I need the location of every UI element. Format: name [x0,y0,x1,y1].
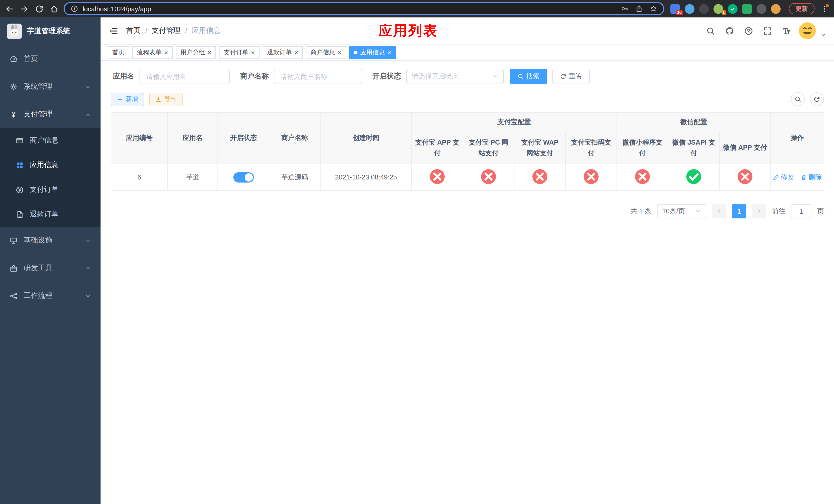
address-bar[interactable]: localhost:1024/pay/app [64,2,664,15]
ext-dark-icon[interactable] [699,4,709,14]
ext-chat-green-icon[interactable] [742,4,752,14]
pagination-total: 共 1 条 [631,207,652,216]
sidebar-collapse-icon[interactable] [109,26,118,36]
page-size-select[interactable]: 10条/页 [657,204,706,219]
ext-green-check-icon[interactable] [728,4,738,14]
search-button[interactable]: 搜索 [510,69,547,84]
tab-close-icon[interactable]: × [207,49,211,55]
tab-close-icon[interactable]: × [294,49,298,55]
card-icon [16,137,24,144]
export-button[interactable]: 导出 [149,93,182,106]
next-page-button[interactable] [752,204,766,219]
tabs-bar: 首页流程表单×用户分组×支付订单×退款订单×商户信息×应用信息× [101,44,834,61]
sidebar-item-merchant-info[interactable]: 商户信息 [0,128,101,153]
col-alipay-pc: 支付宝 PC 网站支付 [463,132,514,164]
tab-close-icon[interactable]: × [164,49,168,55]
font-size-icon[interactable] [782,26,791,35]
tab-active-dot [354,50,357,54]
delete-link[interactable]: 删除 [801,173,822,182]
goto-page-input[interactable] [791,204,811,219]
sidebar-logo[interactable]: 芋道管理系统 [0,18,101,45]
tab-close-icon[interactable]: × [338,49,342,55]
toggle-knob [244,173,253,181]
header-search-icon[interactable] [706,26,715,35]
tab-close-icon[interactable]: × [251,49,255,55]
cell-alipay-pc-status [463,164,514,190]
goto-label: 前往 [772,207,785,216]
browser-back-button[interactable] [5,4,14,13]
ext-colorful-icon[interactable]: 10 [671,4,680,14]
ext-pin-dark-icon[interactable] [756,4,766,14]
fullscreen-icon[interactable] [763,26,772,35]
update-button[interactable]: 更新 [789,3,814,14]
ext-drop-icon[interactable] [685,4,695,14]
site-info-icon[interactable] [71,5,78,12]
tab-label: 支付订单 [224,48,248,56]
sidebar-item-refund-order[interactable]: 退款订单 [0,202,101,227]
sidebar-item-home[interactable]: 首页 [0,45,101,73]
add-button[interactable]: 新增 [111,93,144,106]
browser-reload-button[interactable] [35,4,44,13]
home-icon [50,4,59,13]
sidebar-item-app-info[interactable]: 应用信息 [0,153,101,177]
page-1-button[interactable]: 1 [732,204,746,219]
sidebar: 芋道管理系统 首页系统管理支付管理商户信息应用信息支付订单退款订单基础设施研发工… [0,18,101,504]
chevron-up-icon [85,112,91,117]
group-wechat-config: 微信配置 [617,113,771,132]
breadcrumb-payment[interactable]: 支付管理 [152,26,180,36]
refresh-icon [35,4,44,13]
prev-page-button[interactable] [712,204,726,219]
col-alipay-app: 支付宝 APP 支付 [412,132,463,164]
tab-home[interactable]: 首页 [108,46,129,59]
password-key-icon[interactable] [621,5,628,12]
tab-refund-order[interactable]: 退款订单× [263,46,303,59]
merchant-name-input[interactable] [274,69,362,84]
help-icon[interactable] [744,26,753,35]
github-icon[interactable] [725,26,734,35]
refresh-table-button[interactable] [810,92,824,106]
cell-app-id: 6 [111,164,168,190]
ext-avatar-icon[interactable]: 1 [714,4,723,14]
tab-app-info[interactable]: 应用信息× [349,46,396,59]
tab-pay-order[interactable]: 支付订单× [219,46,259,59]
user-avatar[interactable] [798,22,816,40]
sidebar-item-infrastructure[interactable]: 基础设施 [0,227,101,254]
breadcrumb-home[interactable]: 首页 [126,26,140,36]
col-wechat-jsapi: 微信 JSAPI 支付 [668,132,719,164]
tab-process-form[interactable]: 流程表单× [132,46,173,59]
pagination: 共 1 条 10条/页 1 前往 页 [111,204,824,219]
sidebar-item-payment-order[interactable]: 支付订单 [0,177,101,202]
chevron-down-icon [85,265,91,271]
search-icon [794,96,801,102]
tab-label: 流程表单 [137,48,161,56]
x-circle-icon [532,169,547,184]
avatar-dropdown-caret-icon[interactable] [821,32,826,38]
share-icon[interactable] [636,5,643,12]
arrow-right-icon [20,4,29,13]
app-name-input[interactable] [139,69,230,84]
chevron-right-icon [756,208,762,214]
status-toggle[interactable] [233,172,254,182]
toggle-search-button[interactable] [791,92,805,106]
browser-home-button[interactable] [50,4,59,13]
status-select[interactable]: 请选择开启状态 [406,69,504,84]
breadcrumb-separator: / [185,27,187,35]
browser-forward-button[interactable] [20,4,29,13]
yen-icon [10,111,18,118]
cell-create-time: 2021-10-23 08:49:25 [320,164,412,190]
tab-merchant-info[interactable]: 商户信息× [306,46,346,59]
sidebar-item-dev-tools[interactable]: 研发工具 [0,254,101,282]
cell-app-name: 芋道 [168,164,218,190]
submenu-payment: 商户信息应用信息支付订单退款订单 [0,128,101,227]
tab-close-icon[interactable]: × [387,49,391,55]
sidebar-item-system[interactable]: 系统管理 [0,73,101,100]
reset-button[interactable]: 重置 [552,69,590,84]
ext-monkey-icon[interactable] [771,4,781,14]
sidebar-item-payment[interactable]: 支付管理 [0,100,101,128]
bookmark-star-icon[interactable] [650,5,657,12]
infra-icon [10,237,18,244]
tab-user-group[interactable]: 用户分组× [176,46,216,59]
sidebar-item-workflow[interactable]: 工作流程 [0,282,101,310]
edit-link[interactable]: 修改 [773,173,794,182]
browser-menu-button[interactable] [820,5,829,13]
